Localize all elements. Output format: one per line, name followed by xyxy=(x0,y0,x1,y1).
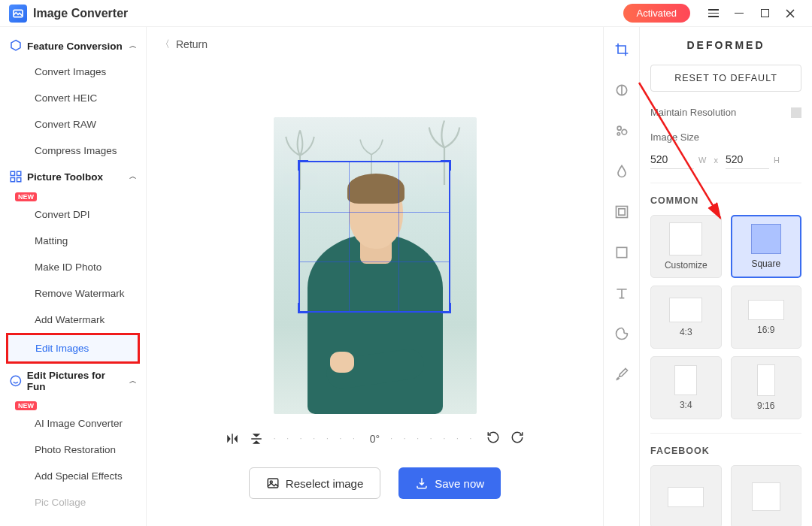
preset-16-9[interactable]: 16:9 xyxy=(731,286,802,349)
rotate-cw-icon[interactable] xyxy=(511,431,524,446)
height-input[interactable] xyxy=(726,150,769,169)
rotation-slider-right[interactable]: · · · · · · · xyxy=(390,434,476,443)
rotation-controls: · · · · · · · 0° · · · · · · · xyxy=(226,431,525,446)
panel-title: DEFORMED xyxy=(650,39,801,51)
preset-9-16[interactable]: 9:16 xyxy=(731,356,802,419)
flip-horizontal-icon[interactable] xyxy=(226,432,239,446)
sidebar: Feature Conversion ︿ Convert Images Conv… xyxy=(0,27,147,526)
button-label: Save now xyxy=(435,477,484,490)
svg-point-9 xyxy=(617,126,621,130)
crop-handle-bl[interactable] xyxy=(298,303,308,313)
maintain-resolution-label: Maintain Resolution xyxy=(650,107,736,118)
svg-rect-13 xyxy=(618,209,624,215)
image-icon xyxy=(266,476,280,490)
crop-handle-tl[interactable] xyxy=(298,160,308,171)
image-canvas[interactable] xyxy=(274,117,477,414)
svg-rect-12 xyxy=(616,207,627,218)
close-button[interactable] xyxy=(777,2,803,25)
app-title: Image Converter xyxy=(33,7,128,20)
crop-handle-tr[interactable] xyxy=(441,160,451,171)
sidebar-item-edit-images[interactable]: Edit Images xyxy=(6,333,140,364)
svg-rect-2 xyxy=(17,171,21,175)
effects-tool-icon[interactable] xyxy=(613,122,631,140)
facebook-preset[interactable] xyxy=(731,465,802,526)
reset-to-default-button[interactable]: RESET TO DEFAULT xyxy=(650,65,801,92)
rotate-ccw-icon[interactable] xyxy=(486,431,500,446)
save-now-button[interactable]: Save now xyxy=(398,467,501,499)
sidebar-item-ai-image-converter[interactable]: AI Image Converter xyxy=(0,410,146,437)
preset-square[interactable]: Square xyxy=(731,215,802,278)
preset-3-4[interactable]: 3:4 xyxy=(650,356,722,419)
svg-rect-4 xyxy=(17,178,21,182)
tone-tool-icon[interactable] xyxy=(613,81,631,99)
section-picture-toolbox[interactable]: Picture Toolbox ︿ xyxy=(0,164,146,189)
w-label: W xyxy=(698,156,706,165)
text-tool-icon[interactable] xyxy=(613,284,631,302)
minimize-icon xyxy=(735,13,744,14)
reselect-image-button[interactable]: Reselect image xyxy=(249,467,380,499)
minimize-button[interactable] xyxy=(726,2,752,25)
preset-4-3[interactable]: 4:3 xyxy=(650,286,722,349)
svg-point-11 xyxy=(617,133,620,135)
sticker-tool-icon[interactable] xyxy=(613,325,631,343)
maximize-icon xyxy=(761,9,769,17)
close-icon xyxy=(786,9,795,18)
sidebar-item-convert-heic[interactable]: Convert HEIC xyxy=(0,85,146,111)
maintain-resolution-checkbox[interactable] xyxy=(791,107,801,118)
tool-strip xyxy=(603,27,639,526)
svg-rect-3 xyxy=(11,178,14,182)
new-badge: NEW xyxy=(15,192,37,201)
hexagon-icon xyxy=(9,39,23,53)
preset-label: 16:9 xyxy=(757,325,774,335)
sidebar-item-add-special-effects[interactable]: Add Special Effects xyxy=(0,463,146,489)
chevron-up-icon: ︿ xyxy=(129,41,137,51)
preset-customize[interactable]: Customize xyxy=(650,215,722,278)
smile-icon xyxy=(9,374,23,388)
crop-tool-icon[interactable] xyxy=(613,41,631,59)
return-button[interactable]: 〈 Return xyxy=(147,27,603,62)
rotation-slider-left[interactable]: · · · · · · · xyxy=(274,434,359,443)
sidebar-item-remove-watermark[interactable]: Remove Watermark xyxy=(0,280,146,307)
crop-handle-br[interactable] xyxy=(441,303,451,313)
sidebar-item-compress-images[interactable]: Compress Images xyxy=(0,138,146,164)
sidebar-item-convert-dpi[interactable]: Convert DPI xyxy=(0,201,146,228)
flip-vertical-icon[interactable] xyxy=(250,432,263,446)
sidebar-item-photo-restoration[interactable]: Photo Restoration xyxy=(0,437,146,463)
chevron-up-icon: ︿ xyxy=(129,171,137,182)
preset-label: 3:4 xyxy=(680,400,692,410)
frame-tool-icon[interactable] xyxy=(613,203,631,221)
facebook-preset[interactable] xyxy=(650,465,722,526)
sidebar-item-matting[interactable]: Matting xyxy=(0,228,146,254)
app-logo xyxy=(9,5,27,23)
common-presets-label: COMMON xyxy=(650,195,801,206)
activated-badge[interactable]: Activated xyxy=(623,4,690,23)
section-label: Feature Conversion xyxy=(27,41,123,52)
preset-label: Customize xyxy=(665,260,707,271)
section-edit-for-fun[interactable]: Edit Pictures for Fun ︿ xyxy=(0,364,146,398)
section-label: Edit Pictures for Fun xyxy=(27,370,125,392)
preset-label: 9:16 xyxy=(757,401,774,411)
new-badge: NEW xyxy=(15,401,37,410)
titlebar: Image Converter Activated xyxy=(0,0,812,27)
crop-selection[interactable] xyxy=(298,161,450,313)
svg-rect-14 xyxy=(617,247,626,257)
sidebar-item-convert-raw[interactable]: Convert RAW xyxy=(0,111,146,138)
width-input[interactable] xyxy=(650,150,694,169)
section-feature-conversion[interactable]: Feature Conversion ︿ xyxy=(0,33,146,59)
section-label: Picture Toolbox xyxy=(27,171,103,183)
brush-tool-icon[interactable] xyxy=(613,365,631,383)
return-label: Return xyxy=(176,38,208,50)
droplet-tool-icon[interactable] xyxy=(613,162,631,180)
sidebar-item-add-watermark[interactable]: Add Watermark xyxy=(0,307,146,333)
editor-area: 〈 Return xyxy=(147,27,603,526)
sidebar-item-make-id-photo[interactable]: Make ID Photo xyxy=(0,254,146,280)
border-tool-icon[interactable] xyxy=(613,243,631,261)
hamburger-icon xyxy=(708,9,719,17)
download-icon xyxy=(415,476,429,490)
preset-label: 4:3 xyxy=(680,327,692,337)
sidebar-item-pic-collage[interactable]: Pic Collage xyxy=(0,489,146,515)
maximize-button[interactable] xyxy=(752,2,777,25)
sidebar-item-convert-images[interactable]: Convert Images xyxy=(0,59,146,85)
h-label: H xyxy=(774,156,780,165)
menu-button[interactable] xyxy=(701,2,726,25)
